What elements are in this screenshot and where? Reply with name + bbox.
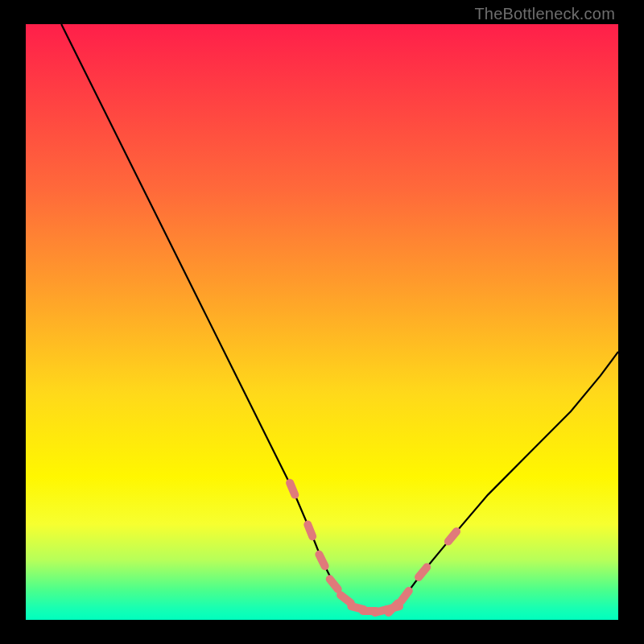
- chart-svg: [26, 24, 618, 620]
- curve-path-group: [61, 24, 618, 611]
- highlight-left-group: [290, 483, 399, 613]
- highlight-dash: [290, 483, 295, 495]
- highlight-dash: [341, 595, 351, 603]
- highlight-dash: [401, 591, 409, 601]
- highlight-dash: [330, 579, 338, 589]
- attribution-text: TheBottleneck.com: [474, 5, 615, 23]
- highlight-dash: [308, 525, 312, 537]
- highlight-dash: [419, 568, 427, 577]
- highlight-right-group: [389, 531, 456, 613]
- curve-path: [61, 24, 618, 611]
- highlight-dash: [319, 555, 324, 566]
- highlight-dash: [448, 531, 456, 541]
- chart-frame: [26, 24, 618, 620]
